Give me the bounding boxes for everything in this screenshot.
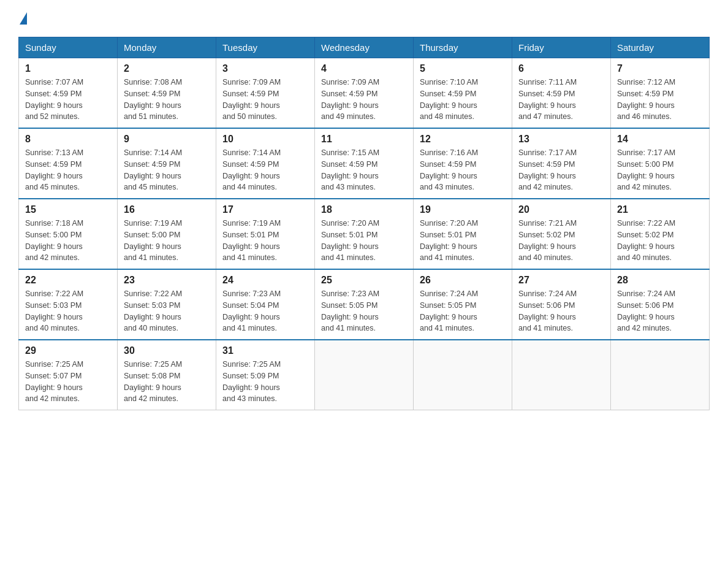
day-info: Sunrise: 7:20 AMSunset: 5:01 PMDaylight:… [420, 218, 506, 264]
calendar-cell: 19Sunrise: 7:20 AMSunset: 5:01 PMDayligh… [414, 199, 512, 269]
day-info: Sunrise: 7:12 AMSunset: 4:59 PMDaylight:… [617, 77, 703, 123]
day-number: 15 [25, 204, 111, 215]
day-number: 20 [518, 204, 604, 215]
day-info: Sunrise: 7:22 AMSunset: 5:03 PMDaylight:… [25, 288, 111, 334]
calendar-cell: 9Sunrise: 7:14 AMSunset: 4:59 PMDaylight… [118, 128, 216, 199]
day-number: 16 [124, 204, 210, 215]
day-info: Sunrise: 7:24 AMSunset: 5:06 PMDaylight:… [518, 288, 604, 334]
day-number: 19 [420, 204, 506, 215]
day-info: Sunrise: 7:08 AMSunset: 4:59 PMDaylight:… [124, 77, 210, 123]
day-info: Sunrise: 7:19 AMSunset: 5:00 PMDaylight:… [124, 218, 210, 264]
day-info: Sunrise: 7:17 AMSunset: 5:00 PMDaylight:… [617, 147, 703, 193]
day-number: 10 [222, 134, 308, 145]
day-number: 12 [420, 134, 506, 145]
day-info: Sunrise: 7:25 AMSunset: 5:07 PMDaylight:… [25, 359, 111, 405]
day-number: 11 [321, 134, 407, 145]
calendar-cell: 20Sunrise: 7:21 AMSunset: 5:02 PMDayligh… [512, 199, 611, 269]
calendar-cell [512, 340, 611, 410]
calendar-cell [414, 340, 512, 410]
day-of-week-header: Tuesday [216, 37, 315, 58]
day-number: 22 [25, 275, 111, 286]
calendar-cell: 5Sunrise: 7:10 AMSunset: 4:59 PMDaylight… [414, 58, 512, 129]
day-info: Sunrise: 7:24 AMSunset: 5:06 PMDaylight:… [617, 288, 703, 334]
day-number: 6 [518, 63, 604, 74]
calendar-cell: 23Sunrise: 7:22 AMSunset: 5:03 PMDayligh… [118, 269, 216, 340]
calendar-cell: 1Sunrise: 7:07 AMSunset: 4:59 PMDaylight… [19, 58, 118, 129]
day-number: 29 [25, 345, 111, 356]
day-info: Sunrise: 7:21 AMSunset: 5:02 PMDaylight:… [518, 218, 604, 264]
day-info: Sunrise: 7:19 AMSunset: 5:01 PMDaylight:… [222, 218, 308, 264]
day-info: Sunrise: 7:07 AMSunset: 4:59 PMDaylight:… [25, 77, 111, 123]
day-info: Sunrise: 7:23 AMSunset: 5:04 PMDaylight:… [222, 288, 308, 334]
day-info: Sunrise: 7:09 AMSunset: 4:59 PMDaylight:… [321, 77, 407, 123]
calendar-cell: 6Sunrise: 7:11 AMSunset: 4:59 PMDaylight… [512, 58, 611, 129]
day-number: 30 [124, 345, 210, 356]
calendar-cell: 31Sunrise: 7:25 AMSunset: 5:09 PMDayligh… [216, 340, 315, 410]
day-info: Sunrise: 7:25 AMSunset: 5:08 PMDaylight:… [124, 359, 210, 405]
day-number: 3 [222, 63, 308, 74]
calendar-week-row: 15Sunrise: 7:18 AMSunset: 5:00 PMDayligh… [19, 199, 710, 269]
calendar-cell: 8Sunrise: 7:13 AMSunset: 4:59 PMDaylight… [19, 128, 118, 199]
calendar-week-row: 8Sunrise: 7:13 AMSunset: 4:59 PMDaylight… [19, 128, 710, 199]
calendar-cell: 7Sunrise: 7:12 AMSunset: 4:59 PMDaylight… [611, 58, 710, 129]
day-of-week-header: Wednesday [315, 37, 414, 58]
day-number: 26 [420, 275, 506, 286]
day-info: Sunrise: 7:22 AMSunset: 5:03 PMDaylight:… [124, 288, 210, 334]
day-number: 2 [124, 63, 210, 74]
day-info: Sunrise: 7:18 AMSunset: 5:00 PMDaylight:… [25, 218, 111, 264]
day-number: 25 [321, 275, 407, 286]
calendar-cell: 13Sunrise: 7:17 AMSunset: 4:59 PMDayligh… [512, 128, 611, 199]
day-number: 14 [617, 134, 703, 145]
day-info: Sunrise: 7:10 AMSunset: 4:59 PMDaylight:… [420, 77, 506, 123]
day-number: 17 [222, 204, 308, 215]
logo-triangle-icon [20, 12, 27, 25]
calendar-cell [315, 340, 414, 410]
day-number: 21 [617, 204, 703, 215]
calendar-week-row: 22Sunrise: 7:22 AMSunset: 5:03 PMDayligh… [19, 269, 710, 340]
calendar-cell: 22Sunrise: 7:22 AMSunset: 5:03 PMDayligh… [19, 269, 118, 340]
calendar-week-row: 29Sunrise: 7:25 AMSunset: 5:07 PMDayligh… [19, 340, 710, 410]
day-of-week-header: Friday [512, 37, 611, 58]
calendar-week-row: 1Sunrise: 7:07 AMSunset: 4:59 PMDaylight… [19, 58, 710, 129]
day-number: 18 [321, 204, 407, 215]
calendar-cell: 25Sunrise: 7:23 AMSunset: 5:05 PMDayligh… [315, 269, 414, 340]
calendar-cell: 16Sunrise: 7:19 AMSunset: 5:00 PMDayligh… [118, 199, 216, 269]
day-number: 8 [25, 134, 111, 145]
day-number: 7 [617, 63, 703, 74]
day-info: Sunrise: 7:13 AMSunset: 4:59 PMDaylight:… [25, 147, 111, 193]
calendar-cell: 14Sunrise: 7:17 AMSunset: 5:00 PMDayligh… [611, 128, 710, 199]
calendar-cell: 3Sunrise: 7:09 AMSunset: 4:59 PMDaylight… [216, 58, 315, 129]
day-number: 23 [124, 275, 210, 286]
day-info: Sunrise: 7:25 AMSunset: 5:09 PMDaylight:… [222, 359, 308, 405]
calendar-cell: 10Sunrise: 7:14 AMSunset: 4:59 PMDayligh… [216, 128, 315, 199]
day-number: 13 [518, 134, 604, 145]
day-info: Sunrise: 7:24 AMSunset: 5:05 PMDaylight:… [420, 288, 506, 334]
day-info: Sunrise: 7:20 AMSunset: 5:01 PMDaylight:… [321, 218, 407, 264]
day-info: Sunrise: 7:14 AMSunset: 4:59 PMDaylight:… [124, 147, 210, 193]
day-info: Sunrise: 7:15 AMSunset: 4:59 PMDaylight:… [321, 147, 407, 193]
calendar-cell: 21Sunrise: 7:22 AMSunset: 5:02 PMDayligh… [611, 199, 710, 269]
day-of-week-header: Thursday [414, 37, 512, 58]
calendar-cell: 27Sunrise: 7:24 AMSunset: 5:06 PMDayligh… [512, 269, 611, 340]
day-info: Sunrise: 7:22 AMSunset: 5:02 PMDaylight:… [617, 218, 703, 264]
calendar-cell: 18Sunrise: 7:20 AMSunset: 5:01 PMDayligh… [315, 199, 414, 269]
day-number: 31 [222, 345, 308, 356]
day-of-week-header: Sunday [19, 37, 118, 58]
day-info: Sunrise: 7:09 AMSunset: 4:59 PMDaylight:… [222, 77, 308, 123]
day-info: Sunrise: 7:16 AMSunset: 4:59 PMDaylight:… [420, 147, 506, 193]
day-number: 27 [518, 275, 604, 286]
day-number: 28 [617, 275, 703, 286]
day-info: Sunrise: 7:14 AMSunset: 4:59 PMDaylight:… [222, 147, 308, 193]
calendar-cell [611, 340, 710, 410]
calendar-cell: 4Sunrise: 7:09 AMSunset: 4:59 PMDaylight… [315, 58, 414, 129]
page-header [18, 12, 710, 25]
calendar-header-row: SundayMondayTuesdayWednesdayThursdayFrid… [19, 37, 710, 58]
day-number: 4 [321, 63, 407, 74]
day-number: 1 [25, 63, 111, 74]
day-number: 5 [420, 63, 506, 74]
calendar-cell: 11Sunrise: 7:15 AMSunset: 4:59 PMDayligh… [315, 128, 414, 199]
calendar-cell: 2Sunrise: 7:08 AMSunset: 4:59 PMDaylight… [118, 58, 216, 129]
day-of-week-header: Monday [118, 37, 216, 58]
logo [18, 12, 28, 25]
calendar-cell: 29Sunrise: 7:25 AMSunset: 5:07 PMDayligh… [19, 340, 118, 410]
